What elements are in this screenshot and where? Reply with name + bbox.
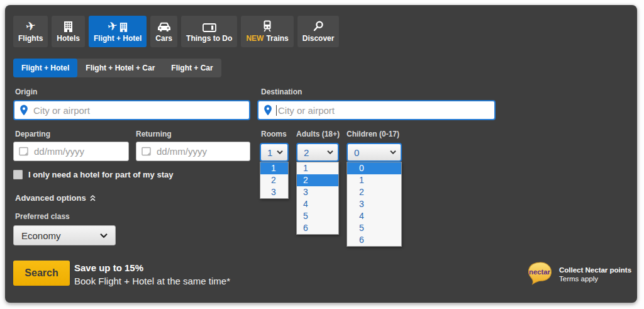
adults-label: Adults (18+) — [296, 130, 340, 138]
nectar-line2: Terms apply — [559, 275, 631, 283]
chevron-down-icon — [100, 233, 108, 238]
main-tabs: ✈ Flights Hotels ✈ Flight + Hotel Cars — [13, 16, 339, 47]
tab-label: NEWTrains — [246, 34, 288, 43]
departing-input[interactable] — [34, 146, 123, 157]
rooms-option[interactable]: 2 — [260, 174, 288, 186]
preferred-class-value: Economy — [21, 230, 61, 241]
location-pin-icon — [19, 104, 28, 116]
children-option[interactable]: 6 — [347, 234, 401, 246]
nectar-logo: nectar — [526, 262, 553, 285]
promo-title: Save up to 15% — [74, 262, 230, 273]
promo-text: Save up to 15% Book Flight + Hotel at th… — [74, 262, 230, 286]
nectar-line1: Collect Nectar points — [559, 266, 631, 274]
magnifier-icon — [313, 19, 324, 32]
adults-option[interactable]: 4 — [297, 198, 338, 210]
booking-widget: ✈ Flights Hotels ✈ Flight + Hotel Cars — [5, 5, 637, 303]
children-option[interactable]: 2 — [347, 186, 401, 198]
children-option[interactable]: 4 — [347, 210, 401, 222]
tab-label: Flights — [18, 34, 43, 43]
plane-icon: ✈ — [26, 19, 36, 32]
nectar-logo-text: nectar — [529, 268, 551, 276]
tab-label: Flight + Hotel — [94, 34, 142, 43]
returning-input[interactable] — [157, 146, 245, 157]
adults-option[interactable]: 2 — [297, 174, 338, 186]
tab-trains[interactable]: NEWTrains — [241, 16, 293, 47]
adults-option[interactable]: 1 — [297, 162, 338, 174]
children-dropdown-list: 0123456 — [347, 162, 402, 247]
tab-label: Cars — [155, 34, 172, 43]
new-badge: NEW — [246, 34, 264, 43]
subtab-flight-hotel-car[interactable]: Flight + Hotel + Car — [77, 59, 163, 77]
origin-field — [13, 100, 250, 120]
tab-hotels[interactable]: Hotels — [52, 16, 85, 47]
hotel-part-stay-row: I only need a hotel for part of my stay — [13, 170, 173, 179]
package-subtabs: Flight + Hotel Flight + Hotel + Car Flig… — [13, 59, 221, 77]
adults-option[interactable]: 3 — [297, 186, 338, 198]
nectar-text: Collect Nectar points Terms apply — [559, 266, 631, 285]
destination-input[interactable] — [278, 105, 489, 116]
tab-label: Discover — [303, 34, 335, 43]
adults-option[interactable]: 5 — [297, 210, 338, 222]
children-option[interactable]: 0 — [347, 162, 401, 174]
children-select[interactable]: 0 — [347, 143, 402, 162]
children-option[interactable]: 1 — [347, 174, 401, 186]
double-chevron-up-icon — [90, 195, 96, 201]
adults-value: 2 — [304, 147, 309, 158]
chevron-down-icon — [327, 150, 333, 154]
tab-label: Hotels — [57, 34, 80, 43]
rooms-option[interactable]: 3 — [260, 186, 288, 198]
departing-label: Departing — [15, 130, 50, 138]
rooms-option[interactable]: 1 — [260, 162, 288, 174]
subtab-flight-hotel[interactable]: Flight + Hotel — [13, 59, 77, 77]
text-cursor — [276, 105, 277, 116]
returning-label: Returning — [136, 130, 172, 138]
location-pin-icon — [264, 104, 272, 116]
departing-field — [13, 142, 129, 161]
chevron-down-icon — [277, 150, 283, 154]
children-label: Children (0-17) — [347, 130, 399, 138]
search-button[interactable]: Search — [13, 261, 70, 286]
adults-dropdown-list: 123456 — [296, 162, 339, 235]
calendar-icon — [19, 147, 29, 156]
tab-cars[interactable]: Cars — [150, 16, 177, 47]
returning-field — [136, 142, 250, 161]
calendar-icon — [142, 147, 152, 156]
rooms-value: 1 — [267, 147, 272, 158]
ticket-icon — [203, 19, 216, 32]
tab-label: Things to Do — [186, 34, 232, 43]
plane-hotel-icon: ✈ — [108, 19, 128, 32]
adults-select[interactable]: 2 — [296, 143, 339, 162]
nectar-section: nectar Collect Nectar points Terms apply — [526, 262, 631, 285]
rooms-label: Rooms — [261, 130, 287, 138]
promo-subtitle: Book Flight + Hotel at the same time* — [74, 276, 230, 286]
tab-flight-hotel[interactable]: ✈ Flight + Hotel — [89, 16, 147, 47]
destination-label: Destination — [261, 87, 302, 96]
destination-field — [257, 100, 496, 120]
hotel-part-stay-checkbox[interactable] — [13, 170, 23, 179]
children-option[interactable]: 3 — [347, 198, 401, 210]
hotel-part-stay-label: I only need a hotel for part of my stay — [28, 170, 173, 179]
chevron-down-icon — [390, 150, 396, 154]
rooms-dropdown-list: 123 — [260, 162, 289, 199]
tab-flights[interactable]: ✈ Flights — [13, 16, 48, 47]
origin-label: Origin — [15, 87, 37, 96]
tab-things-to-do[interactable]: Things to Do — [181, 16, 237, 47]
preferred-class-select[interactable]: Economy — [13, 225, 116, 245]
children-value: 0 — [354, 147, 359, 158]
train-icon — [263, 19, 272, 32]
rooms-select[interactable]: 1 — [260, 143, 289, 162]
advanced-options-toggle[interactable]: Advanced options — [15, 193, 96, 203]
origin-input[interactable] — [33, 105, 244, 116]
subtab-flight-car[interactable]: Flight + Car — [163, 59, 221, 77]
car-icon — [157, 19, 171, 32]
advanced-options-label: Advanced options — [15, 193, 86, 203]
hotel-icon — [64, 19, 73, 32]
tab-discover[interactable]: Discover — [297, 16, 340, 47]
adults-option[interactable]: 6 — [297, 222, 338, 234]
preferred-class-label: Preferred class — [15, 212, 70, 221]
children-option[interactable]: 5 — [347, 222, 401, 234]
